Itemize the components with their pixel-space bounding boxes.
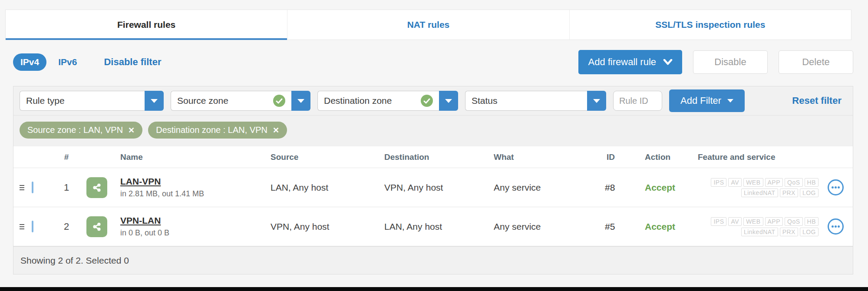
header-source: Source xyxy=(271,152,384,162)
feature-badge: QoS xyxy=(785,178,803,187)
rule-source: VPN, Any host xyxy=(271,222,384,232)
destination-zone-select[interactable]: Destination zone xyxy=(317,91,439,111)
reset-filter-link[interactable]: Reset filter xyxy=(792,95,842,106)
feature-badge: LinkedNAT xyxy=(741,228,778,236)
feature-badge: WEB xyxy=(743,217,763,226)
delete-button[interactable]: Delete xyxy=(779,50,853,74)
ipv6-toggle[interactable]: IPv6 xyxy=(58,57,77,67)
toolbar: IPv4 IPv6 Disable filter Add firewall ru… xyxy=(13,49,853,76)
feature-badge: LinkedNAT xyxy=(741,188,778,197)
header-destination: Destination xyxy=(384,152,494,162)
active-filter-chips: Source zone : LAN, VPN ✕ Destination zon… xyxy=(13,115,853,146)
tab-firewall-rules[interactable]: Firewall rules xyxy=(6,10,287,40)
row-checkbox[interactable] xyxy=(32,221,33,232)
rule-what: Any service xyxy=(494,222,603,232)
ipv4-toggle[interactable]: IPv4 xyxy=(13,53,46,71)
feature-badge: QoS xyxy=(785,217,803,226)
header-feature-and-service: Feature and service xyxy=(688,152,818,162)
destination-zone-chip[interactable]: Destination zone : LAN, VPN ✕ xyxy=(148,122,287,139)
feature-badge: IPS xyxy=(711,178,726,187)
caret-down-icon xyxy=(445,99,452,103)
status-label: Status xyxy=(472,96,498,106)
rule-type-label: Rule type xyxy=(26,96,65,106)
feature-badges: IPS AV WEB APP QoS HB LinkedNAT PRX LOG xyxy=(688,178,818,197)
status-select[interactable]: Status xyxy=(465,91,587,111)
header-action: Action xyxy=(645,152,688,162)
drag-handle-icon[interactable] xyxy=(20,224,24,229)
row-checkbox[interactable] xyxy=(32,182,33,193)
add-firewall-rule-button[interactable]: Add firewall rule xyxy=(578,50,682,74)
rule-type-filter: Rule type xyxy=(20,91,164,111)
table-row: 1 LAN-VPN in 2.81 MB, out 1.41 MB LAN, A… xyxy=(13,168,853,207)
header-number: # xyxy=(54,152,79,162)
source-zone-label: Source zone xyxy=(177,96,228,106)
feature-badge: HB xyxy=(805,217,818,226)
chevron-down-icon xyxy=(663,59,673,65)
feature-badge: LOG xyxy=(800,228,818,236)
table-row: 2 VPN-LAN in 0 B, out 0 B VPN, Any host … xyxy=(13,207,853,246)
header-id: ID xyxy=(603,152,645,162)
close-icon[interactable]: ✕ xyxy=(273,126,279,135)
rule-action: Accept xyxy=(645,182,688,193)
disable-filter-link[interactable]: Disable filter xyxy=(104,56,161,68)
rule-traffic: in 0 B, out 0 B xyxy=(120,228,271,238)
rule-action: Accept xyxy=(645,222,688,232)
rule-destination: LAN, Any host xyxy=(384,222,494,232)
add-filter-label: Add Filter xyxy=(680,95,721,106)
network-rule-share-icon[interactable] xyxy=(86,216,107,237)
destination-zone-chip-label: Destination zone : LAN, VPN xyxy=(156,125,267,135)
rule-type-dropdown-button[interactable] xyxy=(145,91,164,111)
status-filter: Status xyxy=(465,91,606,111)
rule-what: Any service xyxy=(494,182,603,193)
rule-traffic: in 2.81 MB, out 1.41 MB xyxy=(120,189,271,198)
feature-badges: IPS AV WEB APP QoS HB LinkedNAT PRX LOG xyxy=(688,217,818,236)
add-firewall-rule-label: Add firewall rule xyxy=(588,56,656,68)
more-actions-icon[interactable] xyxy=(828,218,844,235)
header-name: Name xyxy=(114,152,271,162)
caret-down-icon xyxy=(151,99,158,103)
more-actions-icon[interactable] xyxy=(828,179,844,195)
row-number: 2 xyxy=(54,221,79,232)
check-circle-icon xyxy=(273,95,285,107)
tab-nat-rules[interactable]: NAT rules xyxy=(287,10,569,40)
close-icon[interactable]: ✕ xyxy=(128,126,135,135)
rule-source: LAN, Any host xyxy=(271,182,384,193)
rule-type-tabs: Firewall rules NAT rules SSL/TLS inspect… xyxy=(5,10,851,40)
feature-badge: WEB xyxy=(743,178,763,187)
feature-badge: AV xyxy=(728,217,742,226)
rule-id: #5 xyxy=(603,222,645,232)
drag-handle-icon[interactable] xyxy=(20,185,24,190)
rule-name-link[interactable]: LAN-VPN xyxy=(120,176,161,186)
destination-zone-dropdown-button[interactable] xyxy=(439,91,458,111)
row-number: 1 xyxy=(54,182,79,193)
destination-zone-label: Destination zone xyxy=(324,96,392,106)
source-zone-select[interactable]: Source zone xyxy=(171,91,291,111)
disable-button[interactable]: Disable xyxy=(693,50,768,74)
feature-badge: LOG xyxy=(800,188,818,197)
header-what: What xyxy=(494,152,603,162)
feature-badge: AV xyxy=(728,178,742,187)
source-zone-chip[interactable]: Source zone : LAN, VPN ✕ xyxy=(20,122,142,139)
source-zone-chip-label: Source zone : LAN, VPN xyxy=(27,125,123,135)
rule-id-input[interactable] xyxy=(613,91,662,111)
network-rule-share-icon[interactable] xyxy=(86,177,107,198)
caret-down-icon xyxy=(297,99,304,103)
feature-badge: PRX xyxy=(780,188,798,197)
status-dropdown-button[interactable] xyxy=(587,91,606,111)
showing-count-text: Showing 2 of 2. Selected 0 xyxy=(20,255,129,266)
source-zone-dropdown-button[interactable] xyxy=(291,91,310,111)
rule-name-link[interactable]: VPN-LAN xyxy=(120,215,161,225)
check-circle-icon xyxy=(421,95,433,107)
table-footer: Showing 2 of 2. Selected 0 xyxy=(13,246,853,274)
tab-ssl-tls-inspection-rules[interactable]: SSL/TLS inspection rules xyxy=(569,10,851,40)
add-filter-button[interactable]: Add Filter xyxy=(669,89,745,112)
rule-id: #8 xyxy=(603,182,645,193)
filter-bar: Rule type Source zone Destination zone xyxy=(13,86,853,115)
window-bottom-edge xyxy=(0,287,868,291)
source-zone-filter: Source zone xyxy=(171,91,310,111)
feature-badge: HB xyxy=(805,178,818,187)
firewall-rules-panel: Rule type Source zone Destination zone xyxy=(13,86,853,274)
rule-type-select[interactable]: Rule type xyxy=(20,91,145,111)
caret-down-icon xyxy=(727,99,733,103)
caret-down-icon xyxy=(593,99,600,103)
